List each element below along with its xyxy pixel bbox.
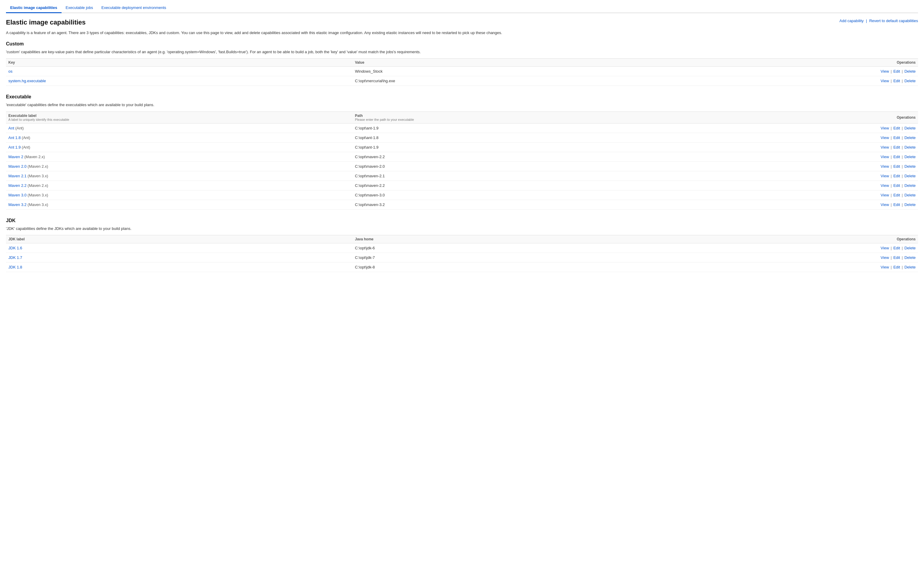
edit-link[interactable]: Edit <box>893 255 900 260</box>
exec-path-cell: C:\opt\maven-2.2 <box>353 152 736 162</box>
delete-link[interactable]: Delete <box>904 135 916 140</box>
custom-key-link[interactable]: os <box>8 69 13 74</box>
custom-value-cell: Windows_Stock <box>353 67 736 76</box>
view-link[interactable]: View <box>881 79 889 83</box>
table-row: Maven 2.0 (Maven 2.x) C:\opt\maven-2.0 V… <box>6 162 918 171</box>
exec-col-label: Executable label A label to uniquely ide… <box>6 112 353 123</box>
view-link[interactable]: View <box>881 174 889 178</box>
exec-label-link[interactable]: Maven 2 <box>8 155 23 159</box>
exec-label-link[interactable]: Ant 1.8 <box>8 135 21 140</box>
ops-sep: | <box>889 79 893 83</box>
delete-link[interactable]: Delete <box>904 265 916 269</box>
exec-label-link[interactable]: Maven 3.0 <box>8 193 26 197</box>
page-title: Elastic image capabilities <box>6 18 86 26</box>
tab-deployment-envs[interactable]: Executable deployment environments <box>97 3 170 13</box>
view-link[interactable]: View <box>881 145 889 149</box>
ops-sep: | <box>901 164 904 168</box>
delete-link[interactable]: Delete <box>904 155 916 159</box>
view-link[interactable]: View <box>881 126 889 130</box>
view-link[interactable]: View <box>881 69 889 74</box>
revert-default-link[interactable]: Revert to default capabilities <box>869 18 918 23</box>
view-link[interactable]: View <box>881 246 889 250</box>
delete-link[interactable]: Delete <box>904 183 916 188</box>
delete-link[interactable]: Delete <box>904 69 916 74</box>
exec-ops-cell: View | Edit | Delete <box>736 171 918 181</box>
ops-sep: | <box>901 126 904 130</box>
ops-sep: | <box>901 155 904 159</box>
tab-elastic-image[interactable]: Elastic image capabilities <box>6 3 61 13</box>
view-link[interactable]: View <box>881 135 889 140</box>
view-link[interactable]: View <box>881 265 889 269</box>
view-link[interactable]: View <box>881 193 889 197</box>
edit-link[interactable]: Edit <box>893 145 900 149</box>
custom-value-cell: C:\opt\mercurial\hg.exe <box>353 76 736 86</box>
view-link[interactable]: View <box>881 202 889 207</box>
table-row: system.hg.executable C:\opt\mercurial\hg… <box>6 76 918 86</box>
view-link[interactable]: View <box>881 155 889 159</box>
executable-section-title: Executable <box>6 94 918 99</box>
jdk-label-cell: JDK 1.7 <box>6 253 353 263</box>
edit-link[interactable]: Edit <box>893 126 900 130</box>
edit-link[interactable]: Edit <box>893 183 900 188</box>
jdk-java-home-cell: C:\opt\jdk-6 <box>353 243 736 253</box>
edit-link[interactable]: Edit <box>893 155 900 159</box>
ops-sep: | <box>889 69 893 74</box>
table-row: Ant (Ant) C:\opt\ant-1.9 View | Edit | D… <box>6 123 918 133</box>
delete-link[interactable]: Delete <box>904 164 916 168</box>
exec-label-link[interactable]: Maven 2.2 <box>8 183 26 188</box>
delete-link[interactable]: Delete <box>904 202 916 207</box>
jdk-table: JDK label Java home Operations JDK 1.6 C… <box>6 235 918 272</box>
delete-link[interactable]: Delete <box>904 126 916 130</box>
jdk-label-link[interactable]: JDK 1.8 <box>8 265 22 269</box>
add-capability-link[interactable]: Add capability <box>840 18 864 23</box>
edit-link[interactable]: Edit <box>893 164 900 168</box>
view-link[interactable]: View <box>881 183 889 188</box>
delete-link[interactable]: Delete <box>904 246 916 250</box>
exec-label-cell: Ant (Ant) <box>6 123 353 133</box>
jdk-ops-cell: View | Edit | Delete <box>736 253 918 263</box>
exec-path-cell: C:\opt\maven-2.1 <box>353 171 736 181</box>
exec-type: (Maven 2.x) <box>25 155 45 159</box>
exec-label-link[interactable]: Ant <box>8 126 14 130</box>
custom-section-title: Custom <box>6 41 918 47</box>
edit-link[interactable]: Edit <box>893 135 900 140</box>
exec-path-cell: C:\opt\ant-1.8 <box>353 133 736 142</box>
exec-label-link[interactable]: Maven 2.1 <box>8 174 26 178</box>
view-link[interactable]: View <box>881 164 889 168</box>
edit-link[interactable]: Edit <box>893 79 900 83</box>
jdk-label-link[interactable]: JDK 1.6 <box>8 246 22 250</box>
edit-link[interactable]: Edit <box>893 69 900 74</box>
custom-section-desc: 'custom' capabilities are key-value pair… <box>6 49 918 55</box>
delete-link[interactable]: Delete <box>904 79 916 83</box>
edit-link[interactable]: Edit <box>893 202 900 207</box>
delete-link[interactable]: Delete <box>904 145 916 149</box>
exec-ops-cell: View | Edit | Delete <box>736 200 918 209</box>
ops-sep: | <box>889 126 893 130</box>
exec-type: (Maven 3.x) <box>28 202 48 207</box>
ops-sep: | <box>901 255 904 260</box>
ops-sep: | <box>889 202 893 207</box>
view-link[interactable]: View <box>881 255 889 260</box>
jdk-col-java-home: Java home <box>353 235 736 243</box>
separator: | <box>866 18 867 23</box>
ops-sep: | <box>901 183 904 188</box>
jdk-label-link[interactable]: JDK 1.7 <box>8 255 22 260</box>
exec-path-cell: C:\opt\maven-3.0 <box>353 190 736 200</box>
exec-label-link[interactable]: Maven 3.2 <box>8 202 26 207</box>
exec-label-cell: Ant 1.8 (Ant) <box>6 133 353 142</box>
edit-link[interactable]: Edit <box>893 174 900 178</box>
jdk-label-cell: JDK 1.6 <box>6 243 353 253</box>
edit-link[interactable]: Edit <box>893 265 900 269</box>
edit-link[interactable]: Edit <box>893 246 900 250</box>
jdk-label-cell: JDK 1.8 <box>6 263 353 272</box>
exec-path-cell: C:\opt\maven-3.2 <box>353 200 736 209</box>
exec-label-link[interactable]: Maven 2.0 <box>8 164 26 168</box>
edit-link[interactable]: Edit <box>893 193 900 197</box>
ops-sep: | <box>901 246 904 250</box>
tab-executable-jobs[interactable]: Executable jobs <box>61 3 97 13</box>
custom-key-link[interactable]: system.hg.executable <box>8 79 46 83</box>
delete-link[interactable]: Delete <box>904 174 916 178</box>
delete-link[interactable]: Delete <box>904 193 916 197</box>
exec-label-link[interactable]: Ant 1.9 <box>8 145 21 149</box>
delete-link[interactable]: Delete <box>904 255 916 260</box>
